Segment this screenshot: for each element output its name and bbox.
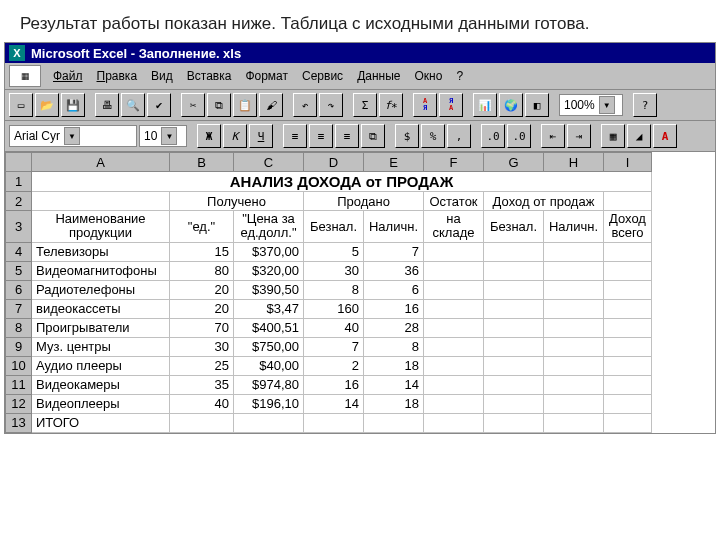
cut-icon[interactable]: ✂ <box>181 93 205 117</box>
cell[interactable]: Телевизоры <box>32 242 170 261</box>
col-A[interactable]: A <box>32 153 170 172</box>
row-header[interactable]: 10 <box>6 356 32 375</box>
chevron-down-icon[interactable]: ▼ <box>599 96 615 114</box>
cell[interactable]: 40 <box>304 318 364 337</box>
cell[interactable]: Проигрыватели <box>32 318 170 337</box>
cell[interactable]: Видеоплееры <box>32 394 170 413</box>
align-left-icon[interactable]: ≡ <box>283 124 307 148</box>
indent-right-icon[interactable]: ⇥ <box>567 124 591 148</box>
menu-data[interactable]: Данные <box>351 67 406 85</box>
row-header[interactable]: 4 <box>6 242 32 261</box>
help-icon[interactable]: ? <box>633 93 657 117</box>
row-header[interactable]: 5 <box>6 261 32 280</box>
cell[interactable]: $320,00 <box>234 261 304 280</box>
col-F[interactable]: F <box>424 153 484 172</box>
format-painter-icon[interactable]: 🖌 <box>259 93 283 117</box>
align-right-icon[interactable]: ≡ <box>335 124 359 148</box>
sub-qty[interactable]: "ед." <box>170 211 234 243</box>
align-center-icon[interactable]: ≡ <box>309 124 333 148</box>
row-header[interactable]: 1 <box>6 172 32 192</box>
cell[interactable]: $974,80 <box>234 375 304 394</box>
cell[interactable]: 70 <box>170 318 234 337</box>
cell[interactable]: Муз. центры <box>32 337 170 356</box>
sub-ca2[interactable]: Наличн. <box>544 211 604 243</box>
total-label[interactable]: ИТОГО <box>32 413 170 432</box>
cell[interactable]: 7 <box>364 242 424 261</box>
sheet-title[interactable]: АНАЛИЗ ДОХОДА от ПРОДАЖ <box>32 172 652 192</box>
cell[interactable]: $390,50 <box>234 280 304 299</box>
cell[interactable]: 16 <box>364 299 424 318</box>
print-icon[interactable]: 🖶 <box>95 93 119 117</box>
menu-format[interactable]: Формат <box>239 67 294 85</box>
cell[interactable]: Радиотелефоны <box>32 280 170 299</box>
sub-bn[interactable]: Безнал. <box>304 211 364 243</box>
menu-edit[interactable]: Правка <box>91 67 144 85</box>
comma-icon[interactable]: , <box>447 124 471 148</box>
col-D[interactable]: D <box>304 153 364 172</box>
cell[interactable]: $750,00 <box>234 337 304 356</box>
doc-icon[interactable]: ▦ <box>9 65 41 87</box>
row-header[interactable]: 12 <box>6 394 32 413</box>
cell[interactable]: 18 <box>364 394 424 413</box>
cell[interactable]: 160 <box>304 299 364 318</box>
row-header[interactable]: 2 <box>6 192 32 211</box>
bold-button[interactable]: Ж <box>197 124 221 148</box>
sort-desc-icon[interactable]: ЯА <box>439 93 463 117</box>
sub-ca[interactable]: Наличн. <box>364 211 424 243</box>
row-header[interactable]: 3 <box>6 211 32 243</box>
cell[interactable]: 30 <box>304 261 364 280</box>
drawing-icon[interactable]: ◧ <box>525 93 549 117</box>
select-all[interactable] <box>6 153 32 172</box>
font-combo[interactable]: Arial Cyr▼ <box>9 125 137 147</box>
autosum-icon[interactable]: Σ <box>353 93 377 117</box>
menu-tools[interactable]: Сервис <box>296 67 349 85</box>
hdr-stock[interactable]: Остаток <box>424 192 484 211</box>
hdr-sold[interactable]: Продано <box>304 192 424 211</box>
fontsize-combo[interactable]: 10▼ <box>139 125 187 147</box>
sub-stock[interactable]: на складе <box>424 211 484 243</box>
cell[interactable]: 28 <box>364 318 424 337</box>
cell[interactable]: Видеокамеры <box>32 375 170 394</box>
preview-icon[interactable]: 🔍 <box>121 93 145 117</box>
menu-view[interactable]: Вид <box>145 67 179 85</box>
fill-color-icon[interactable]: ◢ <box>627 124 651 148</box>
cell[interactable]: 20 <box>170 299 234 318</box>
col-B[interactable]: B <box>170 153 234 172</box>
col-E[interactable]: E <box>364 153 424 172</box>
menu-file[interactable]: Файл <box>47 67 89 85</box>
col-C[interactable]: C <box>234 153 304 172</box>
cell[interactable]: $3,47 <box>234 299 304 318</box>
cell[interactable]: $40,00 <box>234 356 304 375</box>
cell[interactable]: $400,51 <box>234 318 304 337</box>
cell[interactable]: Видеомагнитофоны <box>32 261 170 280</box>
redo-icon[interactable]: ↷ <box>319 93 343 117</box>
indent-left-icon[interactable]: ⇤ <box>541 124 565 148</box>
cell[interactable]: 15 <box>170 242 234 261</box>
cell[interactable]: 5 <box>304 242 364 261</box>
sub-price[interactable]: "Цена за ед.долл." <box>234 211 304 243</box>
cell[interactable]: 25 <box>170 356 234 375</box>
new-icon[interactable]: ▭ <box>9 93 33 117</box>
col-H[interactable]: H <box>544 153 604 172</box>
save-icon[interactable]: 💾 <box>61 93 85 117</box>
menu-insert[interactable]: Вставка <box>181 67 238 85</box>
cell[interactable]: 14 <box>364 375 424 394</box>
cell[interactable]: 35 <box>170 375 234 394</box>
cell[interactable]: видеокассеты <box>32 299 170 318</box>
cell[interactable]: $370,00 <box>234 242 304 261</box>
zoom-combo[interactable]: 100%▼ <box>559 94 623 116</box>
cell[interactable]: 40 <box>170 394 234 413</box>
col-G[interactable]: G <box>484 153 544 172</box>
undo-icon[interactable]: ↶ <box>293 93 317 117</box>
cell[interactable]: $196,10 <box>234 394 304 413</box>
hdr-received[interactable]: Получено <box>170 192 304 211</box>
borders-icon[interactable]: ▦ <box>601 124 625 148</box>
cell[interactable]: 30 <box>170 337 234 356</box>
increase-decimal-icon[interactable]: .0 <box>481 124 505 148</box>
sub-bn2[interactable]: Безнал. <box>484 211 544 243</box>
chevron-down-icon[interactable]: ▼ <box>161 127 177 145</box>
row-header[interactable]: 11 <box>6 375 32 394</box>
currency-icon[interactable]: $ <box>395 124 419 148</box>
font-color-icon[interactable]: A <box>653 124 677 148</box>
chevron-down-icon[interactable]: ▼ <box>64 127 80 145</box>
